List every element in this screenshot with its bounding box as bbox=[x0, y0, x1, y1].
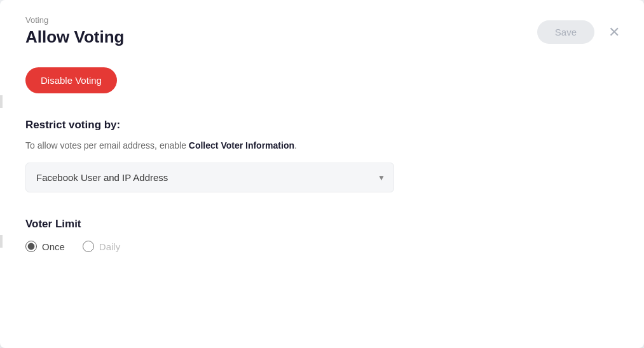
description-link: Collect Voter Information bbox=[189, 140, 294, 151]
radio-group: Once Daily bbox=[25, 241, 619, 252]
voter-limit-section: Voter Limit Once Daily bbox=[25, 218, 619, 252]
radio-option-once[interactable]: Once bbox=[25, 241, 65, 252]
save-button[interactable]: Save bbox=[537, 20, 594, 44]
page-title: Allow Voting bbox=[25, 27, 125, 47]
restrict-section-title: Restrict voting by: bbox=[25, 119, 619, 131]
description-prefix: To allow votes per email address, enable bbox=[25, 140, 189, 151]
voter-limit-title: Voter Limit bbox=[25, 218, 619, 231]
modal-header: Voting Allow Voting Save ✕ bbox=[0, 0, 644, 57]
restrict-select[interactable]: Facebook User and IP Address IP Address … bbox=[25, 163, 394, 192]
modal-container: Voting Allow Voting Save ✕ Disable Votin… bbox=[0, 0, 644, 348]
restrict-select-wrapper: Facebook User and IP Address IP Address … bbox=[25, 163, 394, 192]
header-title-group: Voting Allow Voting bbox=[25, 15, 125, 47]
radio-input-daily[interactable] bbox=[83, 241, 94, 252]
left-edge-decoration-2 bbox=[0, 235, 3, 248]
breadcrumb: Voting bbox=[25, 15, 125, 25]
header-actions: Save ✕ bbox=[537, 20, 624, 44]
restrict-section-description: To allow votes per email address, enable… bbox=[25, 139, 619, 152]
modal-body: Disable Voting Restrict voting by: To al… bbox=[0, 57, 644, 272]
disable-voting-button[interactable]: Disable Voting bbox=[25, 67, 117, 93]
description-suffix: . bbox=[294, 140, 297, 151]
restrict-section: Restrict voting by: To allow votes per e… bbox=[25, 119, 619, 192]
close-button[interactable]: ✕ bbox=[605, 24, 624, 41]
radio-input-once[interactable] bbox=[25, 241, 37, 252]
left-edge-decoration bbox=[0, 95, 3, 108]
radio-option-daily[interactable]: Daily bbox=[83, 241, 120, 252]
radio-label-daily: Daily bbox=[99, 241, 120, 252]
radio-label-once: Once bbox=[42, 241, 65, 252]
